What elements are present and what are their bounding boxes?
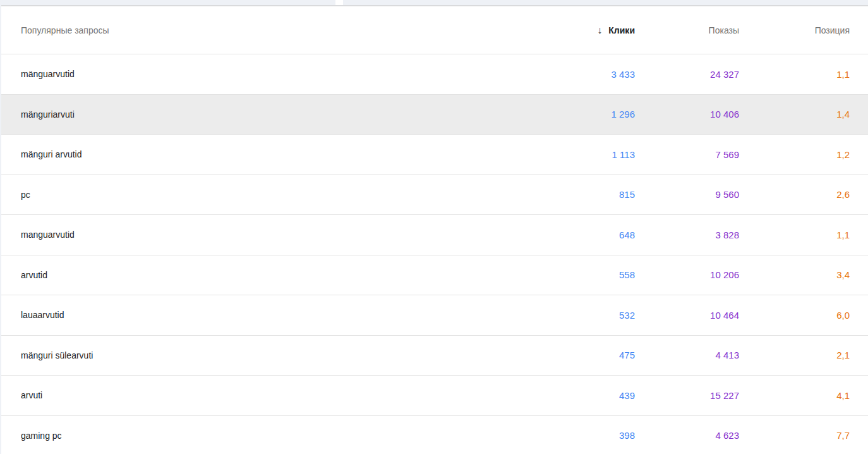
- card-gap: [335, 0, 343, 5]
- impressions-cell: 4 623: [635, 430, 739, 441]
- query-column-header: Популярные запросы: [0, 25, 521, 35]
- clicks-cell: 1 113: [521, 149, 635, 160]
- table-row[interactable]: arvutid 558 10 206 3,4: [0, 255, 868, 296]
- table-row[interactable]: gaming pc 398 4 623 7,7: [0, 416, 868, 454]
- query-cell[interactable]: mänguarvutid: [0, 69, 521, 79]
- table-row[interactable]: mänguarvutid 3 433 24 327 1,1: [0, 54, 868, 95]
- query-cell[interactable]: lauaarvutid: [0, 310, 521, 320]
- query-cell[interactable]: gaming pc: [0, 431, 521, 441]
- impressions-cell: 15 227: [635, 390, 739, 401]
- query-cell[interactable]: arvutid: [0, 270, 521, 280]
- query-cell[interactable]: manguarvutid: [0, 230, 521, 240]
- impressions-cell: 10 206: [635, 269, 739, 280]
- position-cell: 2,1: [739, 350, 850, 360]
- position-cell: 1,1: [739, 230, 850, 240]
- impressions-cell: 10 406: [635, 109, 739, 120]
- table-row[interactable]: pc 815 9 560 2,6: [0, 175, 868, 216]
- page-background-edge: [0, 5, 1, 454]
- queries-table-card: Популярные запросы Клики Показы Позиция …: [0, 5, 868, 454]
- table-row[interactable]: arvuti 439 15 227 4,1: [0, 376, 868, 416]
- impressions-cell: 3 828: [635, 230, 739, 240]
- table-row[interactable]: manguarvutid 648 3 828 1,1: [0, 215, 868, 255]
- position-cell: 1,1: [739, 69, 850, 80]
- table-row[interactable]: mänguri sülearvuti 475 4 413 2,1: [0, 336, 868, 376]
- clicks-cell: 3 433: [521, 69, 635, 80]
- table-row[interactable]: mänguri arvutid 1 113 7 569 1,2: [0, 135, 868, 175]
- clicks-column-label: Клики: [608, 25, 635, 35]
- query-cell[interactable]: mänguri sülearvuti: [0, 350, 521, 360]
- clicks-cell: 815: [521, 189, 635, 200]
- table-body: mänguarvutid 3 433 24 327 1,1 mänguriarv…: [0, 54, 868, 454]
- impressions-column-header[interactable]: Показы: [635, 25, 739, 35]
- position-cell: 6,0: [739, 310, 850, 321]
- position-cell: 1,4: [739, 109, 850, 120]
- table-row[interactable]: mänguriarvuti 1 296 10 406 1,4: [0, 95, 868, 135]
- position-cell: 2,6: [739, 189, 850, 200]
- clicks-cell: 439: [521, 390, 635, 401]
- impressions-cell: 7 569: [635, 149, 739, 160]
- query-cell[interactable]: mänguriarvuti: [0, 109, 521, 120]
- clicks-cell: 475: [521, 350, 635, 360]
- query-cell[interactable]: pc: [0, 190, 521, 200]
- position-cell: 7,7: [739, 430, 850, 441]
- clicks-cell: 1 296: [521, 109, 635, 120]
- impressions-cell: 4 413: [635, 350, 739, 360]
- clicks-cell: 558: [521, 269, 635, 280]
- position-column-header[interactable]: Позиция: [739, 25, 850, 35]
- position-cell: 4,1: [739, 390, 850, 401]
- position-cell: 3,4: [739, 269, 850, 280]
- impressions-cell: 24 327: [635, 69, 739, 80]
- impressions-cell: 9 560: [635, 189, 739, 200]
- impressions-cell: 10 464: [635, 310, 739, 321]
- clicks-cell: 532: [521, 310, 635, 321]
- table-header-row: Популярные запросы Клики Показы Позиция: [0, 6, 868, 54]
- query-cell[interactable]: mänguri arvutid: [0, 149, 521, 159]
- position-cell: 1,2: [739, 149, 850, 160]
- arrow-down-icon: [597, 25, 602, 35]
- clicks-column-header[interactable]: Клики: [521, 25, 635, 35]
- table-row[interactable]: lauaarvutid 532 10 464 6,0: [0, 295, 868, 336]
- clicks-cell: 648: [521, 230, 635, 240]
- page-background-strip: [0, 0, 868, 5]
- query-cell[interactable]: arvuti: [0, 390, 521, 400]
- clicks-cell: 398: [521, 430, 635, 441]
